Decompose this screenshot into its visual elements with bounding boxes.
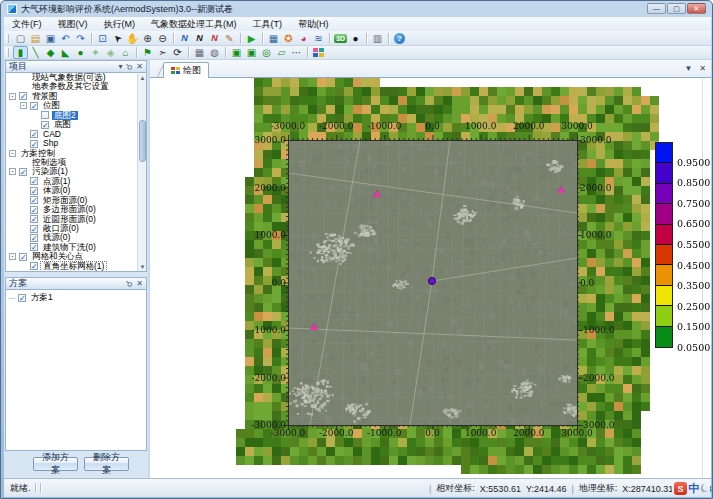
source-triangle-marker[interactable] <box>557 186 565 193</box>
sogou-input-icon[interactable]: S <box>674 482 687 495</box>
tree-item-20[interactable]: 直角坐标网格(1) <box>6 262 146 271</box>
add-plan-button[interactable]: 添加方案 <box>33 457 78 471</box>
tree-checkbox[interactable] <box>30 102 38 110</box>
tree-checkbox[interactable] <box>19 92 27 100</box>
line-source-icon[interactable]: ╲ <box>28 46 43 59</box>
source-triangle-marker[interactable] <box>373 190 381 197</box>
grid-receptor-icon[interactable]: ▦ <box>192 46 207 59</box>
close-panel-icon[interactable]: ✕ <box>136 278 143 289</box>
tree-checkbox[interactable] <box>41 121 49 129</box>
tree-item-1[interactable]: 地表参数及其它设置 <box>6 82 146 91</box>
tree-checkbox[interactable] <box>19 253 27 261</box>
chinese-input-icon[interactable]: 中 <box>688 481 699 496</box>
tree-item-4[interactable]: 底图2 <box>6 111 146 120</box>
tree-item-6[interactable]: CAD <box>6 130 146 139</box>
scroll-down-icon[interactable]: ▼ <box>138 263 147 271</box>
circle-area-source-icon[interactable]: ✦ <box>88 46 103 59</box>
zoom-extent-icon[interactable]: ⊡ <box>95 32 110 45</box>
volume-source-icon[interactable]: ◆ <box>43 46 58 59</box>
ellipsis-tool-icon[interactable]: ⋯ <box>289 46 304 59</box>
tree-checkbox[interactable] <box>30 140 38 148</box>
project-panel-header[interactable]: 项目 ▾ ⚲ ✕ <box>5 60 147 73</box>
menu-item-0[interactable]: 文件(F) <box>4 18 50 31</box>
minimize-button[interactable]: — <box>647 3 666 14</box>
menu-item-4[interactable]: 工具(T) <box>245 18 291 31</box>
annotate-n-red-icon[interactable]: N <box>207 32 222 45</box>
source-triangle-marker[interactable] <box>310 323 318 330</box>
tree-checkbox[interactable] <box>30 130 38 138</box>
redo-icon[interactable]: ↷ <box>73 32 88 45</box>
circle-receptor-icon[interactable]: ◍ <box>207 46 222 59</box>
close-panel-icon[interactable]: ✕ <box>136 61 143 72</box>
tree-checkbox[interactable] <box>41 111 49 119</box>
pin-icon[interactable]: ⚲ <box>126 61 132 72</box>
expander-minus-icon[interactable]: - <box>9 168 16 175</box>
expander-minus-icon[interactable]: - <box>9 150 16 157</box>
maximize-button[interactable]: ▢ <box>667 3 686 14</box>
plan-panel-header[interactable]: 方案 ⚲ ✕ <box>5 277 147 290</box>
tree-checkbox[interactable] <box>30 187 38 195</box>
new-file-icon[interactable]: ▢ <box>13 32 28 45</box>
select-cursor-icon[interactable]: ➤ <box>110 32 125 45</box>
color-points-icon[interactable]: ✪ <box>281 32 296 45</box>
tree-checkbox[interactable] <box>30 234 38 242</box>
zoom-out-icon[interactable]: ⊖ <box>155 32 170 45</box>
tree-checkbox[interactable] <box>19 168 27 176</box>
tree-item-11[interactable]: 点源(1) <box>6 177 146 186</box>
flag-tool-icon[interactable]: ⚑ <box>140 46 155 59</box>
polygon-area-source-icon[interactable]: ◣ <box>58 46 73 59</box>
tree-item-9[interactable]: 控制选项 <box>6 158 146 167</box>
tree-item-16[interactable]: 敞口源(0) <box>6 224 146 233</box>
tree-item-5[interactable]: 底图 <box>6 120 146 129</box>
grid-view-icon[interactable]: ▦ <box>266 32 281 45</box>
tree-checkbox[interactable] <box>30 243 38 251</box>
flow-arrow-icon[interactable]: ➣ <box>155 46 170 59</box>
point-source-icon[interactable]: ▮ <box>13 46 28 59</box>
legend-palette-icon[interactable] <box>311 46 326 59</box>
plan-checkbox[interactable] <box>18 294 26 302</box>
undo-icon[interactable]: ↶ <box>58 32 73 45</box>
point-source-marker[interactable] <box>428 277 436 285</box>
tree-checkbox[interactable] <box>30 215 38 223</box>
tree-checkbox[interactable] <box>30 262 38 270</box>
annotate-n-blue-icon[interactable]: N <box>177 32 192 45</box>
pie-chart-icon[interactable]: ◕ <box>296 32 311 45</box>
tree-item-3[interactable]: -位图 <box>6 101 146 110</box>
save-icon[interactable]: ▣ <box>43 32 58 45</box>
toolbar-grip[interactable] <box>6 34 9 43</box>
tree-checkbox[interactable] <box>30 206 38 214</box>
tree-item-2[interactable]: -背景图 <box>6 92 146 101</box>
tree-item-label[interactable]: 直角坐标网格(1) <box>41 262 106 272</box>
close-button[interactable]: ✕ <box>687 3 706 14</box>
globe-tool-icon[interactable]: ⟳ <box>170 46 185 59</box>
menu-item-2[interactable]: 执行(M) <box>96 18 144 31</box>
run-icon[interactable]: ▶ <box>244 32 259 45</box>
tab-list-dropdown-icon[interactable]: ▼ <box>684 64 692 73</box>
rect-frame-2-icon[interactable]: ▣ <box>244 46 259 59</box>
delete-plan-button[interactable]: 删除方案 <box>84 457 129 471</box>
tree-item-8[interactable]: -方案控制 <box>6 149 146 158</box>
sphere-3d-icon[interactable]: ● <box>348 32 363 45</box>
building-downwash-icon[interactable]: ⌂ <box>118 46 133 59</box>
open-folder-icon[interactable]: ▤ <box>28 32 43 45</box>
edit-note-icon[interactable]: ✎ <box>222 32 237 45</box>
parallelogram-tool-icon[interactable]: ▱ <box>274 46 289 59</box>
help-icon[interactable]: ? <box>392 32 407 45</box>
tab-drawing[interactable]: 绘图 <box>163 62 209 78</box>
project-tree-scrollbar[interactable]: ▲ ▼ <box>137 74 146 271</box>
scroll-up-icon[interactable]: ▲ <box>138 74 147 82</box>
expander-minus-icon[interactable]: - <box>9 253 16 260</box>
expander-minus-icon[interactable]: - <box>9 93 16 100</box>
title-bar[interactable]: 大气环境影响评价系统(AermodSystem)3.0--新测试卷 <box>1 1 712 17</box>
open-pit-source-icon[interactable]: ◈ <box>103 46 118 59</box>
zoom-in-icon[interactable]: ⊕ <box>140 32 155 45</box>
ellipse-area-source-icon[interactable]: ● <box>73 46 88 59</box>
view-3d-icon[interactable]: 3D <box>333 32 348 45</box>
toolbar-grip[interactable] <box>6 48 9 57</box>
tree-item-10[interactable]: -污染源(1) <box>6 167 146 176</box>
scrollbar-thumb[interactable] <box>139 120 146 162</box>
menu-item-3[interactable]: 气象数据处理工具(M) <box>143 18 245 31</box>
tab-close-icon[interactable]: ✕ <box>699 64 706 73</box>
rect-frame-1-icon[interactable]: ▣ <box>229 46 244 59</box>
menu-item-5[interactable]: 帮助(H) <box>290 18 337 31</box>
